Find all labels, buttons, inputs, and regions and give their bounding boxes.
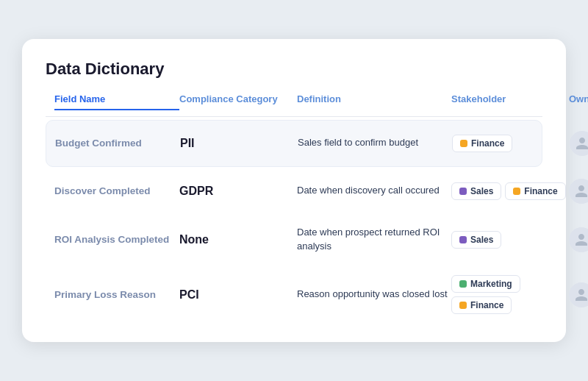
stakeholders: Finance	[452, 135, 570, 152]
field-name: Budget Confirmed	[55, 138, 180, 149]
table-row[interactable]: Primary Loss ReasonPCIReason opportunity…	[46, 265, 542, 324]
definition-text: Date when prospect returned ROI analysis	[297, 226, 451, 254]
orange-dot	[513, 188, 520, 195]
stakeholder-badge: Finance	[505, 182, 565, 200]
col-owner[interactable]: Owner	[569, 93, 588, 110]
stakeholder-badge: Sales	[451, 182, 501, 200]
avatar	[570, 131, 588, 156]
stakeholders: MarketingFinance	[451, 275, 569, 314]
definition-text: Reason opportunity was closed lost	[297, 288, 451, 302]
table-row[interactable]: Budget ConfirmedPIISales field to confir…	[46, 120, 542, 167]
avatar	[569, 282, 588, 307]
col-stakeholder[interactable]: Stakeholder	[451, 93, 569, 110]
badge-label: Sales	[470, 235, 493, 245]
badge-label: Finance	[471, 138, 504, 149]
stakeholder-badge: Marketing	[451, 275, 520, 293]
table-row[interactable]: Discover CompletedGDPRDate when discover…	[46, 168, 542, 214]
field-name: Primary Loss Reason	[54, 289, 179, 300]
definition-text: Date when discovery call occured	[297, 184, 451, 198]
badge-label: Marketing	[470, 279, 512, 289]
purple-dot	[459, 188, 467, 195]
orange-dot	[460, 140, 467, 147]
avatar	[569, 179, 588, 204]
col-compliance[interactable]: Compliance Category	[179, 93, 297, 110]
definition-text: Sales field to confirm budget	[298, 136, 452, 150]
stakeholder-badge: Finance	[451, 296, 512, 314]
stakeholders: SalesFinance	[451, 182, 569, 200]
orange-dot	[459, 302, 467, 309]
stakeholders: Sales	[451, 231, 569, 249]
col-field-name[interactable]: Field Name	[54, 93, 179, 110]
compliance-category: GDPR	[179, 185, 297, 198]
badge-label: Finance	[524, 186, 557, 196]
data-dictionary-card: Data Dictionary Field Name Compliance Ca…	[22, 39, 566, 343]
stakeholder-badge: Finance	[452, 135, 512, 152]
table-header: Field Name Compliance Category Definitio…	[46, 93, 542, 117]
field-name: Discover Completed	[54, 185, 179, 196]
table-body: Budget ConfirmedPIISales field to confir…	[46, 120, 542, 325]
col-definition[interactable]: Definition	[297, 93, 451, 110]
field-name: ROI Analysis Completed	[54, 234, 179, 245]
badge-label: Finance	[470, 300, 503, 310]
avatar	[569, 227, 588, 252]
green-dot	[459, 280, 467, 288]
badge-label: Sales	[470, 186, 493, 196]
stakeholder-badge: Sales	[451, 231, 501, 249]
compliance-category: None	[179, 233, 297, 246]
table-row[interactable]: ROI Analysis CompletedNoneDate when pros…	[46, 216, 542, 264]
compliance-category: PCI	[179, 288, 297, 302]
purple-dot	[459, 236, 467, 243]
card-title: Data Dictionary	[46, 60, 542, 79]
compliance-category: PII	[180, 137, 298, 150]
